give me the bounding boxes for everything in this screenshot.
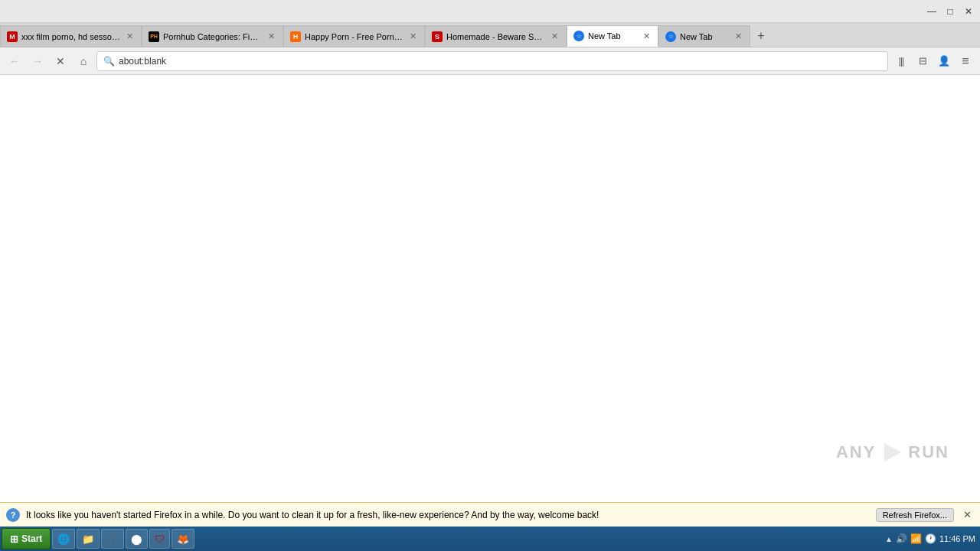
taskbar-time: 11:46 PM (939, 534, 975, 543)
browser-tab-2[interactable]: PH Pornhub Categories: Find ... ✕ (142, 25, 283, 47)
tray-network-icon[interactable]: 📶 (910, 533, 922, 544)
home-button[interactable]: ⌂ (74, 51, 93, 71)
taskbar: ⊞ Start 🌐 📁 🎵 ⬤ 🛡 🦊 ▲ 🔊 📶 🕐 11:46 PM (0, 527, 980, 551)
notification-bar: ? It looks like you haven't started Fire… (0, 502, 980, 527)
start-label: Start (21, 533, 42, 544)
tab-close-5[interactable]: ✕ (641, 31, 652, 41)
browser-tab-4[interactable]: S Homemade - Beware Spray... ✕ (425, 25, 567, 47)
tab-close-6[interactable]: ✕ (733, 31, 743, 42)
taskbar-tray: ▲ 🔊 📶 🕐 11:46 PM (882, 533, 978, 544)
bookmarks-button[interactable]: ||| (891, 51, 911, 71)
taskbar-items: 🌐 📁 🎵 ⬤ 🛡 🦊 (52, 529, 880, 549)
firefox-icon: 🦊 (177, 533, 189, 545)
tab-label-6: New Tab (680, 32, 729, 41)
tab-favicon-6: ☆ (665, 31, 676, 42)
tab-close-3[interactable]: ✕ (407, 31, 418, 42)
tab-close-2[interactable]: ✕ (266, 31, 276, 42)
address-bar[interactable]: 🔍 (96, 51, 888, 71)
tab-favicon-2: PH (149, 31, 159, 42)
tabs-bar: M xxx film porno, hd sesso vi... ✕ PH Po… (0, 23, 980, 47)
new-tab-button[interactable]: + (750, 25, 772, 47)
refresh-firefox-button[interactable]: Refresh Firefox... (876, 508, 954, 522)
tab-label-4: Homemade - Beware Spray... (446, 32, 545, 41)
tab-close-4[interactable]: ✕ (549, 31, 560, 42)
taskbar-item-explorer[interactable]: 📁 (77, 529, 100, 549)
anyrun-suffix: RUN (908, 442, 949, 462)
account-button[interactable]: 👤 (934, 51, 954, 71)
tab-label-5: New Tab (588, 31, 637, 41)
tab-favicon-1: M (7, 31, 18, 42)
notification-text: It looks like you haven't started Firefo… (26, 510, 870, 520)
back-button[interactable]: ← (5, 51, 24, 71)
page-content: ANY RUN (0, 75, 980, 510)
tab-label-1: xxx film porno, hd sesso vi... (21, 32, 120, 41)
start-button[interactable]: ⊞ Start (2, 528, 51, 549)
tab-label-2: Pornhub Categories: Find ... (163, 32, 262, 41)
forward-button[interactable]: → (28, 51, 47, 71)
reading-view-button[interactable]: ⊟ (913, 51, 933, 71)
anyrun-watermark: ANY RUN (836, 441, 949, 464)
media-icon: 🎵 (106, 533, 119, 545)
taskbar-item-ie[interactable]: 🌐 (52, 529, 75, 549)
tab-favicon-5: ☆ (573, 31, 584, 41)
tab-label-3: Happy Porn - Free Porn M... (305, 32, 403, 41)
title-bar: — □ ✕ (0, 0, 980, 23)
window-controls: — □ ✕ (923, 3, 977, 20)
tab-favicon-3: H (290, 31, 301, 42)
search-icon: 🔍 (103, 56, 115, 67)
reload-button[interactable]: ✕ (51, 51, 70, 71)
notification-icon: ? (6, 508, 20, 522)
tab-close-1[interactable]: ✕ (124, 31, 135, 42)
taskbar-item-media[interactable]: 🎵 (101, 529, 124, 549)
browser-tab-3[interactable]: H Happy Porn - Free Porn M... ✕ (283, 25, 425, 47)
menu-button[interactable]: ≡ (956, 51, 975, 71)
start-icon: ⊞ (10, 533, 18, 545)
tray-clock-icon[interactable]: 🕐 (925, 533, 936, 544)
minimize-button[interactable]: — (923, 3, 940, 20)
browser-tab-6[interactable]: ☆ New Tab ✕ (658, 25, 750, 47)
taskbar-item-chrome[interactable]: ⬤ (126, 529, 148, 549)
anyrun-text: ANY (836, 442, 876, 462)
toolbar-right: ||| ⊟ 👤 ≡ (891, 51, 975, 71)
chrome-icon: ⬤ (131, 533, 142, 545)
nav-bar: ← → ✕ ⌂ 🔍 ||| ⊟ 👤 ≡ (0, 47, 980, 75)
address-input[interactable] (119, 56, 881, 67)
browser-tab-5[interactable]: ☆ New Tab ✕ (567, 25, 658, 47)
browser-tab-1[interactable]: M xxx film porno, hd sesso vi... ✕ (0, 25, 142, 47)
notification-close-button[interactable]: ✕ (960, 508, 974, 522)
tab-favicon-4: S (432, 31, 443, 42)
close-window-button[interactable]: ✕ (960, 3, 977, 20)
taskbar-item-firefox[interactable]: 🦊 (172, 529, 194, 549)
tray-expand-icon[interactable]: ▲ (885, 535, 893, 543)
tray-volume-icon[interactable]: 🔊 (896, 533, 907, 544)
taskbar-item-antivirus[interactable]: 🛡 (149, 529, 170, 549)
anyrun-logo-icon (880, 441, 903, 464)
ie-icon: 🌐 (57, 533, 70, 545)
antivirus-icon: 🛡 (155, 533, 165, 545)
svg-marker-0 (884, 443, 901, 461)
explorer-icon: 📁 (82, 533, 94, 545)
maximize-button[interactable]: □ (942, 3, 959, 20)
